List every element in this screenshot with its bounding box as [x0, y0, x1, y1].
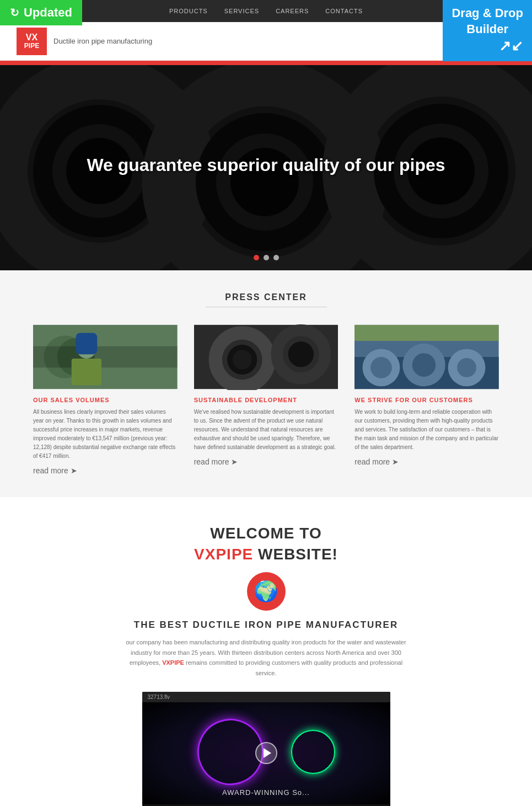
vxpipe-highlight: VXPIPE	[162, 659, 184, 666]
press-card-1-title: OUR SALES VOLUMES	[33, 397, 178, 403]
press-center: PRESS CENTER OUR SALES	[0, 270, 532, 497]
updated-badge: ↻ Updated	[0, 0, 82, 25]
video-glow-2	[291, 730, 335, 774]
welcome-section: WELCOME TO VXPIPE WEBSITE! 🌍 THE BEST DU…	[0, 497, 532, 806]
press-card-2-title: SUSTAINABLE DEVELOPMENT	[194, 397, 338, 403]
dnd-badge: Drag & DropBuilder ↗↙	[443, 0, 532, 61]
press-card-1-text: All business lines clearly improved thei…	[33, 408, 178, 461]
nav-products[interactable]: PRODUCTS	[169, 8, 208, 14]
press-card-1-readmore[interactable]: read more ➤	[33, 466, 178, 475]
hero-headline: We guarantee superior quality of our pip…	[87, 154, 445, 177]
svg-point-27	[288, 341, 314, 367]
video-player[interactable]: 32713.flv AWARD-WINNING So...	[142, 692, 390, 806]
press-card-2: SUSTAINABLE DEVELOPMENT We've realised h…	[194, 324, 338, 475]
video-subtitle: AWARD-WINNING So...	[222, 788, 310, 797]
dot-3[interactable]	[273, 255, 279, 260]
svg-point-35	[457, 358, 476, 377]
press-grid: OUR SALES VOLUMES All business lines cle…	[33, 324, 499, 475]
press-center-title: PRESS CENTER	[33, 292, 499, 302]
nav-careers[interactable]: CAREERS	[276, 8, 309, 14]
press-center-divider	[206, 307, 327, 307]
manufacturer-text: our company has been manufacturing and d…	[123, 637, 410, 679]
video-filename: 32713.flv	[142, 692, 390, 702]
video-play-button[interactable]	[255, 742, 277, 764]
logo-tagline: Ductile iron pipe manufacturing	[53, 37, 152, 45]
globe-icon-wrap: 🌍	[247, 572, 286, 611]
svg-rect-36	[354, 325, 499, 341]
svg-point-33	[412, 353, 436, 377]
resize-icon: ↗↙	[452, 37, 523, 56]
arrow-circle-icon-1: ➤	[71, 466, 77, 475]
brand-pipe: PIPE	[216, 546, 253, 563]
globe-icon: 🌍	[254, 580, 278, 603]
press-img-1	[33, 324, 178, 390]
press-card-3: WE STRIVE FOR OUR CUSTOMERS We work to b…	[354, 324, 499, 475]
press-card-2-readmore[interactable]: read more ➤	[194, 457, 338, 466]
logo-pipe: PIPE	[24, 42, 39, 50]
press-img-3	[354, 324, 499, 390]
hero-dots	[254, 255, 279, 260]
press-card-3-readmore[interactable]: read more ➤	[354, 457, 499, 466]
manufacturer-title: THE BEST DUCTILE IRON PIPE MANUFACTURER	[33, 620, 499, 631]
press-card-3-readmore-label: read more	[354, 457, 390, 466]
welcome-headline: WELCOME TO	[210, 525, 321, 542]
updated-label: Updated	[24, 6, 72, 20]
dnd-label: Drag & DropBuilder	[452, 6, 523, 36]
welcome-title: WELCOME TO	[33, 525, 499, 542]
logo: VX PIPE	[17, 28, 47, 55]
svg-rect-20	[72, 359, 101, 385]
nav-contacts[interactable]: CONTACTS	[325, 8, 363, 14]
arrow-circle-icon-2: ➤	[231, 457, 238, 466]
dot-2[interactable]	[264, 255, 269, 260]
brand-vx: VX	[194, 546, 216, 563]
press-card-3-text: We work to build long-term and reliable …	[354, 408, 499, 452]
arrow-circle-icon-3: ➤	[392, 457, 399, 466]
hero-content: We guarantee superior quality of our pip…	[87, 154, 445, 177]
brand-website: WEBSITE!	[253, 546, 338, 563]
press-card-2-readmore-label: read more	[194, 457, 229, 466]
press-card-1-readmore-label: read more	[33, 466, 68, 475]
logo-vx: VX	[26, 33, 37, 42]
svg-point-31	[370, 357, 392, 378]
hero-section: We guarantee superior quality of our pip…	[0, 61, 532, 270]
svg-point-25	[232, 350, 251, 369]
press-img-2	[194, 324, 338, 390]
svg-rect-18	[33, 346, 178, 368]
press-card-1: OUR SALES VOLUMES All business lines cle…	[33, 324, 178, 475]
nav-services[interactable]: SERVICES	[224, 8, 259, 14]
press-card-2-text: We've realised how sustainable developme…	[194, 408, 338, 452]
refresh-icon: ↻	[10, 6, 19, 19]
video-body: AWARD-WINNING So...	[142, 702, 390, 804]
press-card-3-title: WE STRIVE FOR OUR CUSTOMERS	[354, 397, 499, 403]
dot-1[interactable]	[254, 255, 259, 260]
welcome-brand: VXPIPE WEBSITE!	[33, 546, 499, 563]
svg-rect-21	[76, 333, 98, 354]
svg-rect-14	[0, 61, 532, 65]
